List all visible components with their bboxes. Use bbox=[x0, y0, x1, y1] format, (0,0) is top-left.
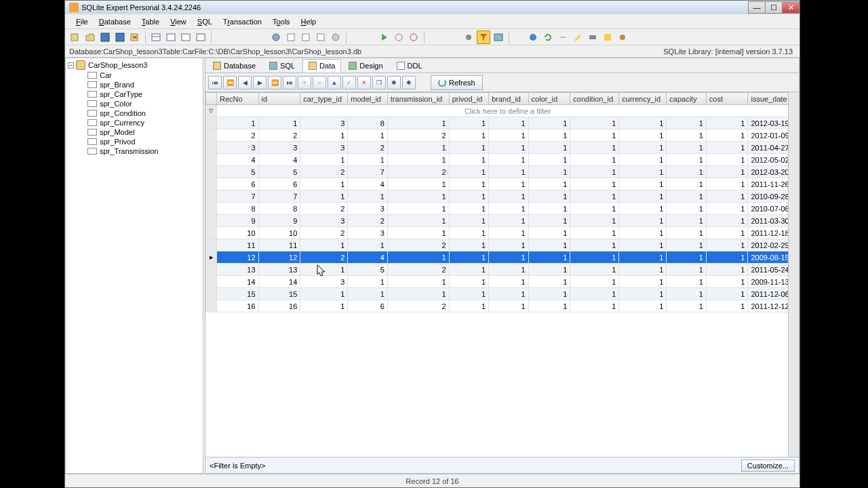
cell-id[interactable]: 16 bbox=[258, 300, 300, 312]
nav-first-button[interactable]: ⏮ bbox=[208, 76, 222, 89]
nav-post-button[interactable]: ✓ bbox=[342, 76, 356, 89]
cell-color_id[interactable]: 1 bbox=[528, 129, 570, 142]
cell-cost[interactable]: 1 bbox=[706, 251, 748, 264]
table-row[interactable]: 131315211111112011-05-24 bbox=[206, 264, 799, 276]
cell-RecNo[interactable]: 12 bbox=[216, 251, 258, 264]
cell-privod_id[interactable]: 1 bbox=[449, 154, 488, 166]
cell-model_id[interactable]: 4 bbox=[348, 178, 387, 190]
tab-sql[interactable]: SQL bbox=[263, 59, 301, 73]
cell-privod_id[interactable]: 1 bbox=[449, 300, 488, 312]
cell-currency_id[interactable]: 1 bbox=[619, 251, 667, 264]
cell-model_id[interactable]: 3 bbox=[348, 203, 387, 215]
cell-model_id[interactable]: 1 bbox=[348, 276, 387, 288]
cell-car_type_id[interactable]: 2 bbox=[300, 251, 348, 264]
nav-insert-button[interactable]: + bbox=[298, 76, 311, 89]
cell-car_type_id[interactable]: 1 bbox=[300, 129, 348, 142]
cell-currency_id[interactable]: 1 bbox=[619, 288, 667, 300]
cell-privod_id[interactable]: 1 bbox=[449, 190, 488, 203]
nav-cancel-button[interactable]: ✕ bbox=[357, 76, 371, 89]
cell-condition_id[interactable]: 1 bbox=[570, 264, 619, 276]
column-header-capacity[interactable]: capacity bbox=[667, 93, 706, 105]
tree-root[interactable]: − CarShop_lesson3 bbox=[67, 60, 201, 70]
cell-cost[interactable]: 1 bbox=[706, 227, 748, 239]
nav-nextpage-button[interactable]: ⏩ bbox=[268, 76, 281, 89]
cell-condition_id[interactable]: 1 bbox=[570, 288, 619, 300]
cell-capacity[interactable]: 1 bbox=[667, 178, 706, 190]
cell-currency_id[interactable]: 1 bbox=[619, 129, 667, 142]
tree-item-spr_Model[interactable]: spr_Model bbox=[67, 127, 201, 137]
cell-RecNo[interactable]: 3 bbox=[216, 142, 258, 154]
cell-RecNo[interactable]: 11 bbox=[216, 239, 258, 251]
cell-RecNo[interactable]: 6 bbox=[216, 178, 258, 190]
nav-edit-button[interactable]: ▲ bbox=[328, 76, 341, 89]
cell-condition_id[interactable]: 1 bbox=[570, 215, 619, 227]
cell-currency_id[interactable]: 1 bbox=[619, 190, 667, 203]
tb-table2-icon[interactable] bbox=[164, 30, 178, 44]
cell-id[interactable]: 14 bbox=[258, 276, 300, 288]
tree-item-spr_CarType[interactable]: spr_CarType bbox=[67, 89, 201, 99]
cell-currency_id[interactable]: 1 bbox=[619, 239, 667, 251]
cell-cost[interactable]: 1 bbox=[706, 129, 748, 142]
cell-color_id[interactable]: 1 bbox=[528, 239, 570, 251]
cell-color_id[interactable]: 1 bbox=[528, 117, 570, 129]
cell-color_id[interactable]: 1 bbox=[528, 166, 570, 178]
cell-condition_id[interactable]: 1 bbox=[570, 239, 619, 251]
tb-save-icon[interactable] bbox=[98, 30, 112, 44]
cell-RecNo[interactable]: 8 bbox=[216, 203, 258, 215]
cell-color_id[interactable]: 1 bbox=[528, 251, 570, 264]
cell-model_id[interactable]: 1 bbox=[348, 190, 387, 203]
cell-transmission_id[interactable]: 2 bbox=[387, 264, 449, 276]
column-header-transmission_id[interactable]: transmission_id bbox=[387, 93, 449, 105]
cell-cost[interactable]: 1 bbox=[706, 239, 748, 251]
cell-privod_id[interactable]: 1 bbox=[449, 117, 488, 129]
cell-color_id[interactable]: 1 bbox=[528, 203, 570, 215]
cell-capacity[interactable]: 1 bbox=[667, 288, 706, 300]
column-header-RecNo[interactable]: RecNo bbox=[216, 93, 258, 105]
cell-id[interactable]: 1 bbox=[258, 117, 300, 129]
close-button[interactable]: ✕ bbox=[782, 1, 800, 14]
cell-privod_id[interactable]: 1 bbox=[449, 129, 488, 142]
cell-cost[interactable]: 1 bbox=[706, 178, 748, 190]
tab-ddl[interactable]: DDL bbox=[391, 59, 429, 73]
cell-model_id[interactable]: 3 bbox=[348, 227, 387, 239]
table-row[interactable]: 4411111111112012-05-02 bbox=[206, 154, 799, 166]
cell-id[interactable]: 12 bbox=[258, 251, 300, 264]
cell-privod_id[interactable]: 1 bbox=[449, 276, 488, 288]
cell-model_id[interactable]: 6 bbox=[348, 300, 387, 312]
cell-capacity[interactable]: 1 bbox=[667, 203, 706, 215]
tb-export-icon[interactable] bbox=[601, 30, 614, 44]
cell-color_id[interactable]: 1 bbox=[528, 300, 570, 312]
cell-condition_id[interactable]: 1 bbox=[570, 227, 619, 239]
cell-transmission_id[interactable]: 1 bbox=[387, 154, 449, 166]
cell-currency_id[interactable]: 1 bbox=[619, 178, 667, 190]
cell-car_type_id[interactable]: 1 bbox=[300, 300, 348, 312]
cell-currency_id[interactable]: 1 bbox=[619, 300, 667, 312]
cell-car_type_id[interactable]: 1 bbox=[300, 190, 348, 203]
cell-transmission_id[interactable]: 1 bbox=[387, 190, 449, 203]
tb-sql4-icon[interactable] bbox=[314, 30, 328, 44]
cell-capacity[interactable]: 1 bbox=[667, 154, 706, 166]
cell-RecNo[interactable]: 16 bbox=[216, 300, 258, 312]
tb-sql3-icon[interactable] bbox=[299, 30, 313, 44]
menu-table[interactable]: Table bbox=[136, 16, 165, 28]
cell-RecNo[interactable]: 1 bbox=[216, 117, 258, 129]
tb-cancel-icon[interactable] bbox=[407, 30, 420, 44]
cell-currency_id[interactable]: 1 bbox=[619, 117, 667, 129]
cell-transmission_id[interactable]: 2 bbox=[387, 166, 449, 178]
table-row[interactable]: 8823111111112010-07-06 bbox=[206, 203, 799, 215]
cell-model_id[interactable]: 7 bbox=[348, 166, 387, 178]
tb-sql1-icon[interactable] bbox=[269, 30, 283, 44]
cell-color_id[interactable]: 1 bbox=[528, 215, 570, 227]
cell-transmission_id[interactable]: 1 bbox=[387, 178, 449, 190]
cell-condition_id[interactable]: 1 bbox=[570, 142, 619, 154]
cell-transmission_id[interactable]: 1 bbox=[387, 117, 449, 129]
cell-condition_id[interactable]: 1 bbox=[570, 190, 619, 203]
table-row[interactable]: 5527211111112012-03-20 bbox=[206, 166, 799, 178]
cell-brand_id[interactable]: 1 bbox=[489, 190, 528, 203]
table-row[interactable]: 141431111111112009-11-13 bbox=[206, 276, 799, 288]
cell-id[interactable]: 11 bbox=[258, 239, 300, 251]
cell-car_type_id[interactable]: 2 bbox=[300, 203, 348, 215]
tb-close-db-icon[interactable] bbox=[128, 30, 142, 44]
cell-currency_id[interactable]: 1 bbox=[619, 276, 667, 288]
cell-transmission_id[interactable]: 1 bbox=[387, 276, 449, 288]
